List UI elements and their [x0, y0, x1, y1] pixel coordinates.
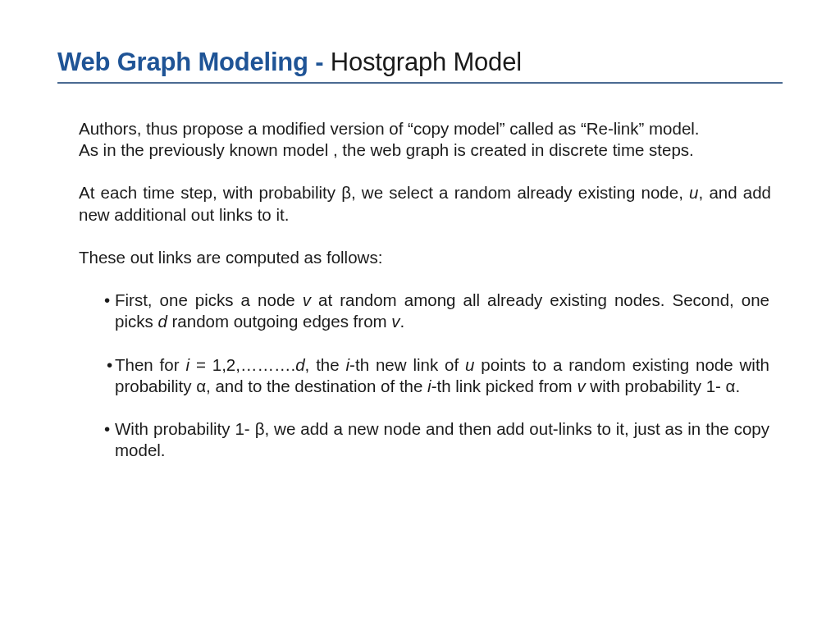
- text-run: = 1,2,……….: [189, 355, 295, 374]
- variable-d: d: [295, 355, 304, 374]
- paragraph-4: These out links are computed as follows:: [79, 247, 771, 268]
- text-run: , the: [305, 355, 346, 374]
- title-suffix: Hostgraph Model: [331, 48, 522, 76]
- text-run: -th link picked from: [431, 377, 578, 395]
- title-prefix: Web Graph Modeling -: [57, 48, 331, 76]
- slide-title: Web Graph Modeling - Hostgraph Model: [57, 48, 783, 77]
- paragraph-3: At each time step, with probability β, w…: [79, 182, 771, 225]
- title-underline: Web Graph Modeling - Hostgraph Model: [57, 48, 783, 84]
- spacer: [79, 268, 771, 290]
- variable-u: u: [689, 183, 698, 202]
- variable-v: v: [577, 377, 585, 395]
- spacer: [79, 161, 771, 182]
- text-run: .: [400, 312, 405, 331]
- spacer: [79, 226, 771, 247]
- text-run: -th new link of: [349, 355, 465, 374]
- bullet-list: First, one picks a node v at random amon…: [79, 290, 771, 461]
- variable-v: v: [391, 312, 399, 331]
- paragraph-2: As in the previously known model , the w…: [79, 139, 771, 161]
- variable-u: u: [465, 355, 474, 374]
- text-run: At each time step, with probability β, w…: [79, 183, 689, 202]
- text-run: First, one picks a node: [115, 290, 303, 309]
- slide-body: Authors, thus propose a modified version…: [57, 118, 783, 462]
- bullet-item-1: First, one picks a node v at random amon…: [115, 290, 769, 332]
- bullet-item-2: Then for i = 1,2,……….d, the i-th new lin…: [115, 354, 769, 397]
- slide-container: Web Graph Modeling - Hostgraph Model Aut…: [0, 0, 840, 630]
- text-run: Then for: [115, 355, 185, 374]
- text-run: random outgoing edges from: [167, 312, 392, 331]
- variable-d: d: [158, 312, 167, 331]
- variable-v: v: [303, 290, 311, 309]
- bullet-item-3: With probability 1- β, we add a new node…: [115, 418, 769, 461]
- text-run: with probability 1- α.: [586, 377, 740, 395]
- paragraph-1: Authors, thus propose a modified version…: [79, 118, 771, 139]
